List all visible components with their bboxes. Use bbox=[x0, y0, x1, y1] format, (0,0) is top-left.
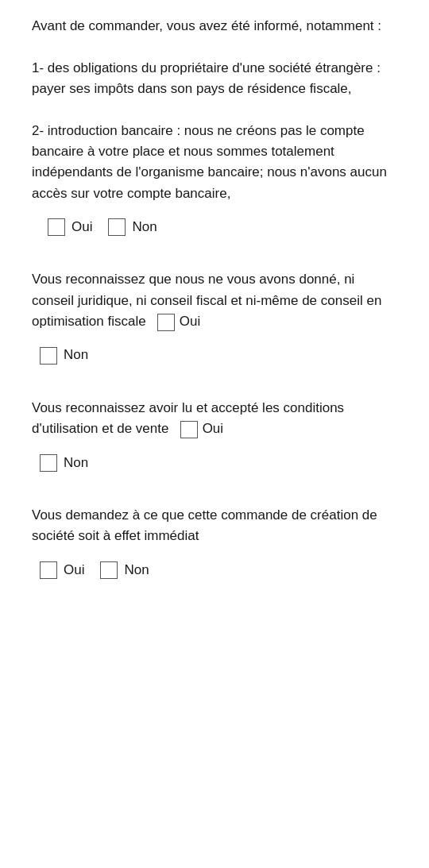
q1-non-item[interactable]: Non bbox=[108, 217, 157, 237]
q4-non-label: Non bbox=[124, 560, 149, 581]
q4-oui-checkbox[interactable] bbox=[40, 561, 57, 579]
q4-checkbox-row: Oui Non bbox=[40, 560, 397, 581]
q4-oui-item[interactable]: Oui bbox=[40, 560, 84, 581]
q1-non-checkbox[interactable] bbox=[108, 218, 126, 236]
q4-block: Vous demandez à ce que cette commande de… bbox=[32, 505, 397, 581]
intro-paragraph-2: 1- des obligations du propriétaire d'une… bbox=[32, 58, 397, 100]
q3-non-item[interactable]: Non bbox=[40, 453, 88, 473]
q3-non-row: Non bbox=[40, 453, 397, 473]
q3-oui-checkbox[interactable] bbox=[180, 421, 198, 438]
q3-block: Vous reconnaissez avoir lu et accepté le… bbox=[32, 398, 397, 473]
q3-non-label: Non bbox=[64, 453, 88, 473]
q1-oui-checkbox[interactable] bbox=[48, 218, 65, 236]
q2-text: Vous reconnaissez que nous ne vous avons… bbox=[32, 269, 397, 332]
q2-non-row: Non bbox=[40, 345, 397, 365]
q2-oui-checkbox[interactable] bbox=[157, 314, 175, 331]
q4-text: Vous demandez à ce que cette commande de… bbox=[32, 505, 397, 547]
q1-non-label: Non bbox=[132, 217, 157, 237]
q2-oui-label: Oui bbox=[180, 314, 200, 329]
q2-non-checkbox[interactable] bbox=[40, 347, 57, 365]
q4-oui-label: Oui bbox=[64, 560, 84, 581]
intro-paragraph-3: 2- introduction bancaire : nous ne créon… bbox=[32, 121, 397, 204]
q4-non-checkbox[interactable] bbox=[100, 561, 118, 579]
intro-paragraph-1: Avant de commander, vous avez été inform… bbox=[32, 16, 397, 37]
q2-non-item[interactable]: Non bbox=[40, 345, 88, 365]
q1-checkbox-row: Oui Non bbox=[48, 217, 397, 237]
q4-non-item[interactable]: Non bbox=[100, 560, 149, 581]
q1-oui-label: Oui bbox=[72, 217, 92, 237]
q3-oui-label: Oui bbox=[203, 421, 223, 436]
q3-text: Vous reconnaissez avoir lu et accepté le… bbox=[32, 398, 397, 440]
intro-block: Avant de commander, vous avez été inform… bbox=[32, 16, 397, 237]
q1-oui-item[interactable]: Oui bbox=[48, 217, 92, 237]
q2-block: Vous reconnaissez que nous ne vous avons… bbox=[32, 269, 397, 365]
q3-non-checkbox[interactable] bbox=[40, 454, 57, 472]
q2-non-label: Non bbox=[64, 345, 88, 365]
